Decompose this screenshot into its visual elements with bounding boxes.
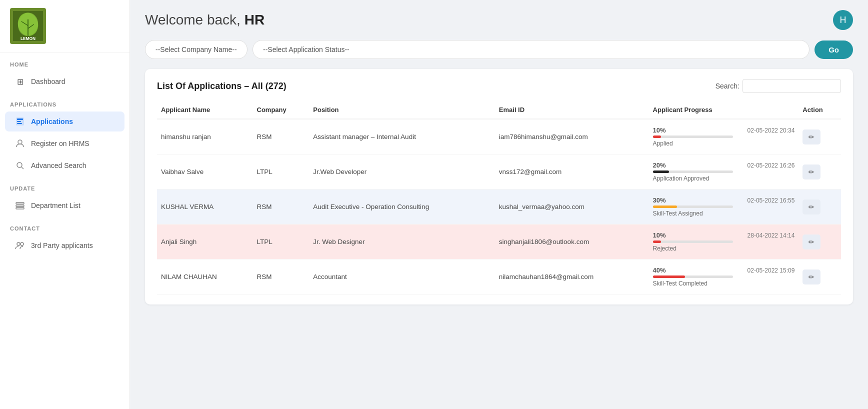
sidebar-section-contact: CONTACT [0,216,130,234]
sidebar-item-label: Register on HRMS [31,140,90,148]
cell-action: ✏ [798,224,841,260]
progress-date: 02-05-2022 16:26 [748,162,795,169]
topbar: Welcome back, HR H [130,0,868,35]
cell-email: nilamchauhan1864@gmail.com [495,260,649,294]
table-row: Anjali Singh LTPL Jr. Web Designer singh… [157,224,841,260]
dashboard-icon: ⊞ [15,76,25,86]
cell-action: ✏ [798,260,841,294]
people-icon [15,240,25,250]
progress-pct: 40% [653,266,666,274]
sidebar-item-label: 3rd Party applicants [31,242,93,250]
edit-button[interactable]: ✏ [802,130,820,144]
progress-status: Rejected [653,245,795,252]
cell-action: ✏ [798,190,841,224]
edit-button[interactable]: ✏ [802,164,820,180]
svg-rect-14 [16,202,24,204]
progress-pct: 10% [653,126,666,134]
svg-line-13 [22,167,24,169]
sidebar-item-dashboard[interactable]: ⊞ Dashboard [5,72,124,92]
status-select[interactable]: --Select Application Status-- [252,40,810,59]
sidebar-item-register-hrms[interactable]: Register on HRMS [5,134,124,154]
cell-position: Jr.Web Developer [309,154,495,190]
progress-status: Application Approved [653,175,795,182]
svg-text:LEMON: LEMON [20,36,36,41]
edit-button[interactable]: ✏ [802,270,820,284]
sidebar-item-advanced-search[interactable]: Advanced Search [5,156,124,176]
table-header-row: List Of Applications – All (272) Search: [157,79,841,93]
cell-action: ✏ [798,154,841,190]
col-progress: Applicant Progress [649,101,799,119]
sidebar-section-applications: APPLICATIONS [0,92,130,110]
department-icon [15,200,25,210]
search-box: Search: [716,79,841,93]
sidebar-item-3rd-party[interactable]: 3rd Party applicants [5,236,124,256]
svg-rect-16 [16,208,24,209]
progress-date: 02-05-2022 15:09 [748,267,795,274]
search-input[interactable] [742,79,841,93]
sidebar-item-department-list[interactable]: Department List [5,196,124,216]
progress-bar-fill [653,240,661,243]
main-content: Welcome back, HR H --Select Company Name… [130,0,868,409]
progress-status: Skill-Test Completed [653,280,795,287]
cell-company: RSM [253,119,310,154]
progress-date: 02-05-2022 16:55 [748,197,795,204]
filter-bar: --Select Company Name-- --Select Applica… [130,35,868,64]
progress-bar-fill [653,136,661,138]
svg-point-12 [17,162,22,168]
progress-date: 02-05-2022 20:34 [748,127,795,134]
table-card: List Of Applications – All (272) Search:… [145,69,853,304]
sidebar-item-label: Advanced Search [31,162,86,170]
sidebar-section-update: UPDATE [0,176,130,194]
table-row: Vaibhav Salve LTPL Jr.Web Developer vnss… [157,154,841,190]
cell-name: himanshu ranjan [157,119,253,154]
table-title: List Of Applications – All (272) [157,81,286,92]
sidebar-item-label: Applications [31,118,73,126]
col-applicant-name: Applicant Name [157,101,253,119]
cell-name: KUSHAL VERMA [157,190,253,224]
cell-email: singhanjali1806@outlook.com [495,224,649,260]
progress-bar-fill [653,276,685,278]
svg-rect-15 [16,205,24,206]
progress-status: Applied [653,140,795,147]
avatar[interactable]: H [833,10,853,30]
table-header: Applicant Name Company Position Email ID… [157,101,841,119]
progress-bar-track [653,206,733,208]
cell-email: iam786himanshu@gmail.com [495,119,649,154]
cell-name: NILAM CHAUHAN [157,260,253,294]
go-button[interactable]: Go [814,40,853,59]
svg-rect-9 [17,121,21,122]
col-email: Email ID [495,101,649,119]
cell-name: Vaibhav Salve [157,154,253,190]
search-icon [15,160,25,170]
svg-rect-10 [17,123,22,124]
company-select[interactable]: --Select Company Name-- [145,40,248,59]
progress-bar-track [653,136,733,138]
svg-rect-8 [17,118,23,120]
edit-button[interactable]: ✏ [802,200,820,214]
table-body: himanshu ranjan RSM Assistant manager – … [157,119,841,294]
cell-progress: 10% 02-05-2022 20:34 Applied [649,119,799,154]
cell-email: vnss172@gmail.com [495,154,649,190]
sidebar-item-applications[interactable]: Applications [5,112,124,132]
progress-date: 28-04-2022 14:14 [748,232,795,239]
search-label: Search: [716,82,740,90]
progress-pct: 20% [653,162,666,169]
register-icon [15,138,25,148]
progress-bar-fill [653,170,669,173]
col-company: Company [253,101,310,119]
cell-position: Jr. Web Designer [309,224,495,260]
cell-name: Anjali Singh [157,224,253,260]
cell-email: kushal_vermaa@yahoo.com [495,190,649,224]
sidebar-item-label: Dashboard [31,78,66,86]
cell-position: Assistant manager – Internal Audit [309,119,495,154]
logo-image: LEMON [10,8,46,44]
svg-point-17 [17,242,20,246]
edit-button[interactable]: ✏ [802,234,820,250]
cell-progress: 40% 02-05-2022 15:09 Skill-Test Complete… [649,260,799,294]
table-row: himanshu ranjan RSM Assistant manager – … [157,119,841,154]
cell-action: ✏ [798,119,841,154]
cell-company: RSM [253,260,310,294]
cell-position: Accountant [309,260,495,294]
sidebar-item-label: Department List [31,202,80,210]
progress-bar-track [653,276,733,278]
